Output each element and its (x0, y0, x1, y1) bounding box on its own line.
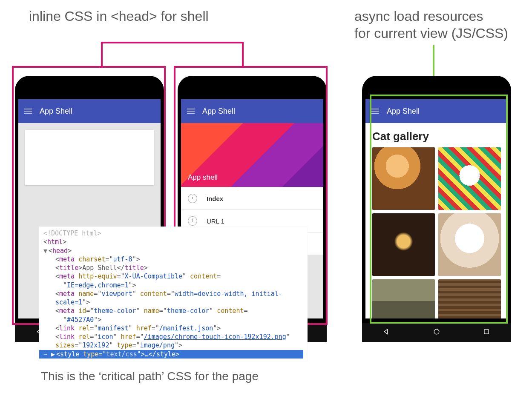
code-line: <meta name="viewport" content="width=dev… (43, 290, 303, 307)
code-line: <link rel="manifest" href="/manifest.jso… (43, 324, 303, 333)
label-async-line2: for current view (JS/CSS) (354, 25, 508, 42)
green-highlight-right (370, 95, 508, 324)
code-line: <link rel="icon" href="/images/chrome-to… (43, 333, 303, 350)
nav-recent-icon[interactable] (482, 327, 491, 338)
diagram-stage: inline CSS in <head> for shell async loa… (0, 0, 532, 393)
code-line: <meta charset="utf-8"> (43, 255, 303, 264)
code-line: <html> (43, 238, 303, 246)
code-line-highlight: ⋯ ▶<style type="text/css">…</style> (39, 350, 303, 359)
code-line: <meta http-equiv="X-UA-Compatible" conte… (43, 272, 303, 290)
code-line: <!DOCTYPE html> (43, 229, 303, 238)
label-async-line1: async load resources (354, 8, 483, 25)
code-line: ▼<head> (43, 247, 303, 255)
pink-connector (101, 42, 244, 68)
svg-rect-5 (484, 330, 489, 334)
nav-home-icon[interactable] (432, 327, 441, 338)
label-inline-css: inline CSS in <head> for shell (29, 8, 209, 25)
android-navbar (362, 323, 511, 342)
code-line: <meta id="theme-color" name="theme-color… (43, 307, 303, 324)
devtools-code: <!DOCTYPE html> <html> ▼<head> <meta cha… (39, 227, 308, 361)
svg-point-4 (434, 329, 439, 334)
code-line: <title>App Shell</title> (43, 264, 303, 272)
caption-critical-path: This is the ‘critical path’ CSS for the … (41, 370, 259, 383)
nav-back-icon[interactable] (382, 327, 391, 338)
